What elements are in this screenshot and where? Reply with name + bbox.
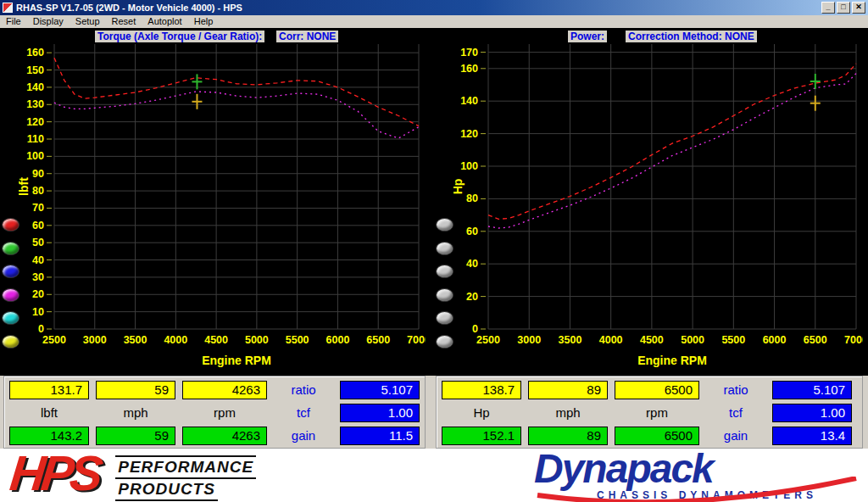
y-axis-label: lbft	[19, 177, 31, 196]
channel-button-right-gray-6[interactable]	[436, 335, 453, 349]
power-chart: 0204060801001201401601702500300035004000…	[453, 41, 863, 373]
channel-button-left-cyan[interactable]	[2, 311, 19, 325]
channel-button-right-gray-4[interactable]	[436, 288, 453, 302]
power-readout-panel: 138.7896500ratio5.107Hpmphrpmtcf1.00152.…	[436, 376, 863, 449]
menu-setup[interactable]: Setup	[70, 15, 106, 28]
y-tick-label: 100	[460, 160, 478, 172]
param-value-ratio: 5.107	[772, 381, 852, 399]
channel-button-left-magenta[interactable]	[2, 288, 19, 302]
y-tick-label: 160	[26, 47, 44, 59]
x-tick-label: 5000	[681, 334, 704, 346]
channel-button-right-gray-1[interactable]	[436, 218, 453, 231]
x-tick-label: 6500	[366, 334, 390, 346]
y-tick-label: 50	[32, 237, 44, 248]
x-axis-label: Engine RPM	[637, 354, 707, 367]
title-bar[interactable]: RHAS-SP V1.7-05 (2WD - Motor Vehicle 400…	[0, 0, 868, 15]
y-tick-label: 140	[460, 95, 478, 107]
unit-label-1: mph	[96, 404, 175, 422]
x-tick-label: 3000	[83, 334, 107, 346]
unit-label-1: mph	[528, 404, 608, 422]
channel-button-left-red[interactable]	[2, 218, 19, 231]
y-tick-label: 30	[32, 271, 44, 283]
channel-buttons-right	[436, 218, 456, 374]
channel-button-right-gray-3[interactable]	[436, 265, 453, 278]
param-label-gain: gain	[706, 427, 765, 445]
peak-value-2: 4263	[182, 427, 267, 445]
unit-label-0: lbft	[9, 404, 89, 422]
x-tick-label: 3500	[124, 334, 147, 346]
live-value-1: 89	[528, 381, 608, 399]
y-tick-label: 40	[466, 258, 478, 270]
y-tick-label: 120	[26, 116, 44, 128]
channel-button-right-gray-2[interactable]	[436, 242, 453, 255]
menu-reset[interactable]: Reset	[106, 15, 142, 28]
y-tick-label: 20	[466, 291, 478, 303]
hps-products-text: PRODUCTS	[115, 479, 218, 501]
y-tick-label: 150	[26, 64, 44, 76]
y-tick-label: 10	[32, 306, 44, 318]
menu-file[interactable]: File	[0, 15, 27, 28]
y-tick-label: 130	[26, 98, 44, 110]
x-tick-label: 5000	[245, 334, 269, 346]
param-label-tcf: tcf	[274, 404, 333, 422]
y-tick-label: 90	[32, 168, 44, 180]
x-tick-label: 6000	[326, 334, 350, 346]
y-tick-label: 80	[32, 185, 44, 197]
x-tick-label: 4000	[599, 334, 623, 346]
y-tick-label: 170	[460, 47, 478, 59]
torque-readout-panel: 131.7594263ratio5.107lbftmphrpmtcf1.0014…	[3, 376, 426, 449]
series-torque-secondary	[54, 92, 419, 138]
power-chart-panel: Power: Correction Method: NONE 020406080…	[432, 28, 868, 376]
window-controls: _ □ ✕	[821, 2, 865, 14]
unit-label-0: Hp	[442, 404, 521, 422]
app-window: RHAS-SP V1.7-05 (2WD - Motor Vehicle 400…	[0, 0, 868, 502]
maximize-button[interactable]: □	[837, 2, 850, 14]
x-tick-label: 7000	[844, 334, 863, 346]
x-tick-label: 6000	[763, 334, 787, 346]
x-tick-label: 5500	[286, 334, 309, 346]
unit-label-2: rpm	[182, 404, 267, 422]
dynapack-logo: Dynapack CHASSIS DYNAMOMETERS	[534, 449, 863, 501]
close-button[interactable]: ✕	[852, 2, 865, 14]
power-chart-title: Power:	[568, 31, 607, 42]
y-tick-label: 0	[38, 323, 44, 335]
y-tick-label: 80	[466, 192, 478, 204]
y-tick-label: 60	[32, 220, 44, 231]
param-label-gain: gain	[274, 427, 333, 445]
power-correction-label: Correction Method: NONE	[626, 31, 757, 42]
live-value-0: 138.7	[442, 381, 521, 399]
peak-value-0: 152.1	[442, 427, 521, 445]
y-tick-label: 100	[26, 150, 44, 162]
unit-label-2: rpm	[615, 404, 699, 422]
series-power-secondary	[488, 74, 856, 228]
live-value-0: 131.7	[9, 381, 89, 399]
live-value-2: 4263	[182, 381, 267, 399]
menu-display[interactable]: Display	[27, 15, 70, 28]
channel-button-left-yellow[interactable]	[2, 335, 19, 349]
y-tick-label: 110	[27, 133, 44, 145]
x-tick-label: 7000	[407, 334, 426, 346]
minimize-button[interactable]: _	[821, 2, 835, 14]
hps-logo-text: HPS	[8, 452, 101, 494]
x-tick-label: 6500	[804, 334, 827, 346]
live-value-2: 6500	[615, 381, 699, 399]
menu-help[interactable]: Help	[188, 15, 220, 28]
peak-value-2: 6500	[615, 427, 699, 445]
channel-button-left-blue[interactable]	[2, 265, 19, 278]
param-label-ratio: ratio	[706, 381, 765, 399]
y-axis-label: Hp	[453, 179, 465, 195]
param-value-ratio: 5.107	[340, 381, 420, 399]
x-tick-label: 2500	[476, 334, 500, 346]
channel-button-left-green[interactable]	[2, 242, 19, 255]
torque-chart: 0102030405060708090100110120130140150160…	[19, 41, 426, 373]
y-tick-label: 140	[26, 81, 44, 93]
window-title: RHAS-SP V1.7-05 (2WD - Motor Vehicle 400…	[16, 3, 821, 13]
y-tick-label: 60	[466, 226, 478, 237]
y-tick-label: 0	[472, 323, 478, 335]
menu-autoplot[interactable]: Autoplot	[142, 15, 187, 28]
x-tick-label: 4500	[640, 334, 664, 346]
channel-button-right-gray-5[interactable]	[436, 311, 453, 325]
hps-logo: HPS PERFORMANCE PRODUCTS	[10, 452, 256, 501]
dynapack-subtitle: CHASSIS DYNAMOMETERS	[597, 489, 863, 501]
x-tick-label: 2500	[42, 334, 66, 346]
